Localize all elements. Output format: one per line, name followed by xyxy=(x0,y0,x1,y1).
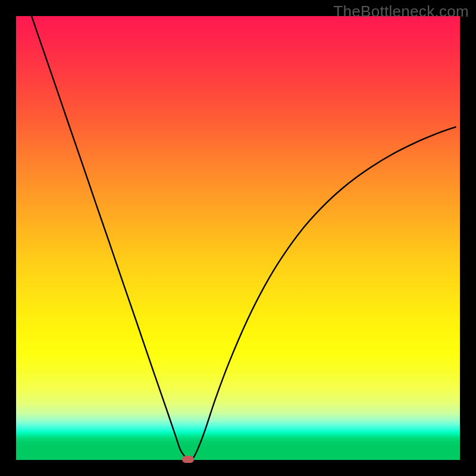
watermark-text: TheBottleneck.com xyxy=(333,2,469,21)
minimum-marker xyxy=(182,456,194,463)
chart-frame: TheBottleneck.com xyxy=(0,0,476,476)
plot-area xyxy=(16,16,460,460)
background-gradient xyxy=(16,16,460,460)
